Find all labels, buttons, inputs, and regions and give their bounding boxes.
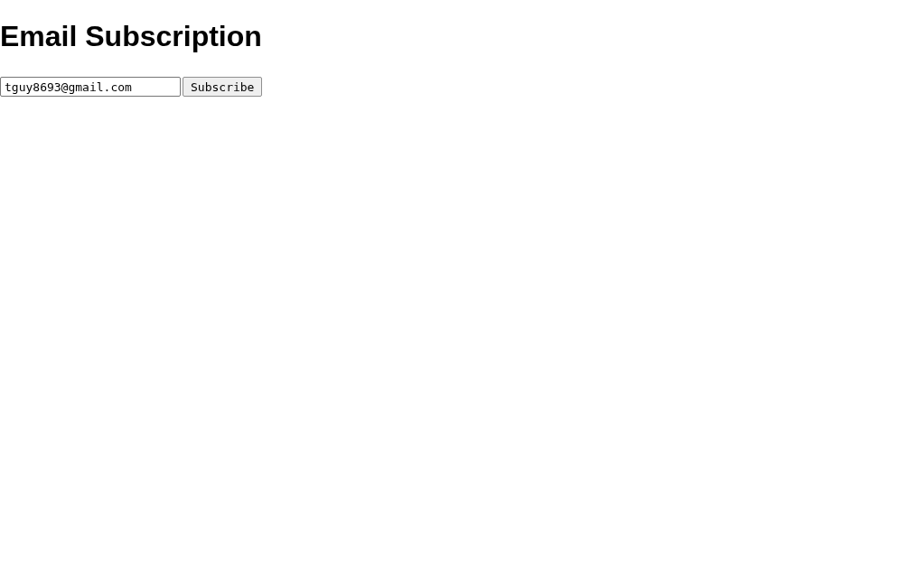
email-field[interactable] bbox=[0, 77, 181, 97]
subscription-form: Subscribe bbox=[0, 77, 900, 97]
page-title: Email Subscription bbox=[0, 0, 900, 53]
subscribe-button[interactable]: Subscribe bbox=[183, 77, 262, 97]
